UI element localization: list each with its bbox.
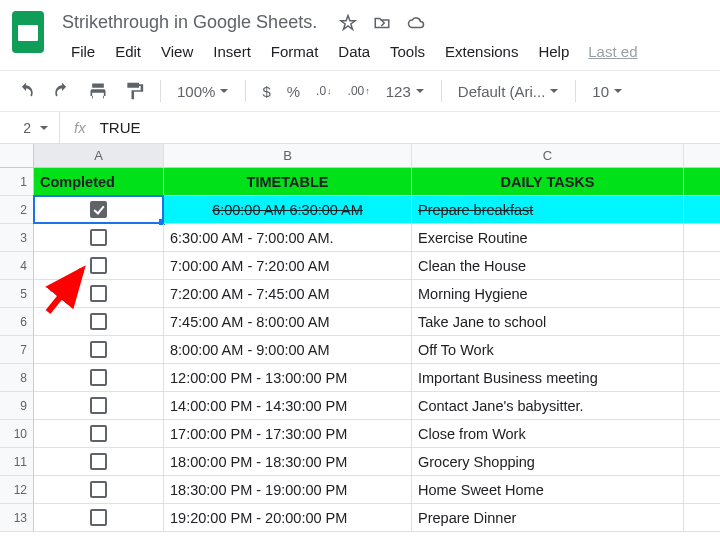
cell-checkbox[interactable]: [34, 504, 164, 532]
cell-checkbox[interactable]: [34, 420, 164, 448]
select-all-corner[interactable]: [0, 144, 34, 168]
zoom-dropdown[interactable]: 100%: [171, 79, 235, 104]
cell-task[interactable]: Clean the House: [412, 252, 684, 280]
cell-task[interactable]: Exercise Routine: [412, 224, 684, 252]
cell[interactable]: [684, 224, 720, 252]
checkbox-icon[interactable]: [90, 285, 107, 302]
cell-time[interactable]: 19:20:00 PM - 20:00:00 PM: [164, 504, 412, 532]
cell[interactable]: [684, 308, 720, 336]
menu-insert[interactable]: Insert: [204, 39, 260, 64]
cell-task[interactable]: Prepare Dinner: [412, 504, 684, 532]
cell[interactable]: [684, 420, 720, 448]
cell[interactable]: [684, 504, 720, 532]
cell-task[interactable]: Home Sweet Home: [412, 476, 684, 504]
cell[interactable]: [684, 364, 720, 392]
checkbox-icon[interactable]: [90, 369, 107, 386]
cell-time[interactable]: 7:45:00 AM - 8:00:00 AM: [164, 308, 412, 336]
paint-format-button[interactable]: [118, 77, 150, 105]
cell-time[interactable]: 7:20:00 AM - 7:45:00 AM: [164, 280, 412, 308]
number-format-dropdown[interactable]: 123: [380, 79, 431, 104]
cell-task[interactable]: Take Jane to school: [412, 308, 684, 336]
name-box[interactable]: 2: [0, 112, 60, 143]
cell-task[interactable]: Contact Jane's babysitter.: [412, 392, 684, 420]
cloud-status-icon[interactable]: [407, 14, 425, 35]
currency-button[interactable]: $: [256, 80, 276, 103]
menu-edit[interactable]: Edit: [106, 39, 150, 64]
column-header[interactable]: B: [164, 144, 412, 168]
cell[interactable]: [684, 280, 720, 308]
cell-time[interactable]: 6:30:00 AM - 7:00:00 AM.: [164, 224, 412, 252]
cell[interactable]: [684, 252, 720, 280]
move-icon[interactable]: [373, 14, 391, 35]
checkbox-icon[interactable]: [90, 509, 107, 526]
cell-checkbox[interactable]: [34, 308, 164, 336]
cell-time[interactable]: 18:00:00 PM - 18:30:00 PM: [164, 448, 412, 476]
checkbox-icon[interactable]: [90, 397, 107, 414]
cell[interactable]: [684, 392, 720, 420]
cell-task[interactable]: Important Business meeting: [412, 364, 684, 392]
row-header[interactable]: 11: [0, 448, 34, 476]
row-header[interactable]: 1: [0, 168, 34, 196]
cell[interactable]: [684, 476, 720, 504]
cell-time[interactable]: 7:00:00 AM - 7:20:00 AM: [164, 252, 412, 280]
checkbox-icon[interactable]: [90, 453, 107, 470]
checkbox-icon[interactable]: [90, 313, 107, 330]
row-header[interactable]: 4: [0, 252, 34, 280]
formula-input[interactable]: TRUE: [100, 119, 141, 136]
column-header[interactable]: [684, 144, 720, 168]
cell-checkbox[interactable]: [34, 364, 164, 392]
header-tasks[interactable]: DAILY TASKS: [412, 168, 684, 196]
cell-checkbox[interactable]: [34, 392, 164, 420]
font-dropdown[interactable]: Default (Ari...: [452, 79, 566, 104]
cell-time[interactable]: 6:00:00 AM 6:30:00 AM: [164, 196, 412, 224]
cell-checkbox[interactable]: [34, 280, 164, 308]
decrease-decimal-button[interactable]: .0↓: [310, 81, 338, 101]
cell-task[interactable]: Grocery Shopping: [412, 448, 684, 476]
menu-data[interactable]: Data: [329, 39, 379, 64]
checkbox-icon[interactable]: [90, 229, 107, 246]
last-edit-link[interactable]: Last ed: [588, 43, 637, 60]
cell-checkbox[interactable]: [34, 196, 164, 224]
checkbox-icon[interactable]: [90, 425, 107, 442]
menu-extensions[interactable]: Extensions: [436, 39, 527, 64]
cell-time[interactable]: 18:30:00 PM - 19:00:00 PM: [164, 476, 412, 504]
row-header[interactable]: 2: [0, 196, 34, 224]
cell-task[interactable]: Morning Hygiene: [412, 280, 684, 308]
increase-decimal-button[interactable]: .00↑: [342, 81, 376, 101]
cell[interactable]: [684, 196, 720, 224]
checkbox-icon[interactable]: [90, 341, 107, 358]
row-header[interactable]: 6: [0, 308, 34, 336]
sheets-logo[interactable]: [12, 8, 50, 56]
header-timetable[interactable]: TIMETABLE: [164, 168, 412, 196]
cell[interactable]: [684, 336, 720, 364]
row-header[interactable]: 12: [0, 476, 34, 504]
cell-time[interactable]: 8:00:00 AM - 9:00:00 AM: [164, 336, 412, 364]
checkbox-icon[interactable]: [90, 257, 107, 274]
row-header[interactable]: 8: [0, 364, 34, 392]
row-header[interactable]: 10: [0, 420, 34, 448]
cell-checkbox[interactable]: [34, 336, 164, 364]
document-title[interactable]: Strikethrough in Google Sheets.: [62, 8, 317, 37]
menu-view[interactable]: View: [152, 39, 202, 64]
row-header[interactable]: 13: [0, 504, 34, 532]
column-header[interactable]: C: [412, 144, 684, 168]
row-header[interactable]: 9: [0, 392, 34, 420]
menu-file[interactable]: File: [62, 39, 104, 64]
cell-checkbox[interactable]: [34, 252, 164, 280]
cell-task[interactable]: Prepare breakfast: [412, 196, 684, 224]
star-icon[interactable]: [339, 14, 357, 35]
header-completed[interactable]: Completed: [34, 168, 164, 196]
row-header[interactable]: 7: [0, 336, 34, 364]
cell-time[interactable]: 12:00:00 PM - 13:00:00 PM: [164, 364, 412, 392]
cell-task[interactable]: Off To Work: [412, 336, 684, 364]
checkbox-icon[interactable]: [90, 481, 107, 498]
cell-checkbox[interactable]: [34, 448, 164, 476]
redo-button[interactable]: [46, 77, 78, 105]
percent-button[interactable]: %: [281, 80, 306, 103]
cell-time[interactable]: 14:00:00 PM - 14:30:00 PM: [164, 392, 412, 420]
checkbox-icon[interactable]: [90, 201, 107, 218]
menu-help[interactable]: Help: [529, 39, 578, 64]
menu-tools[interactable]: Tools: [381, 39, 434, 64]
cell-time[interactable]: 17:00:00 PM - 17:30:00 PM: [164, 420, 412, 448]
font-size-dropdown[interactable]: 10: [586, 79, 629, 104]
